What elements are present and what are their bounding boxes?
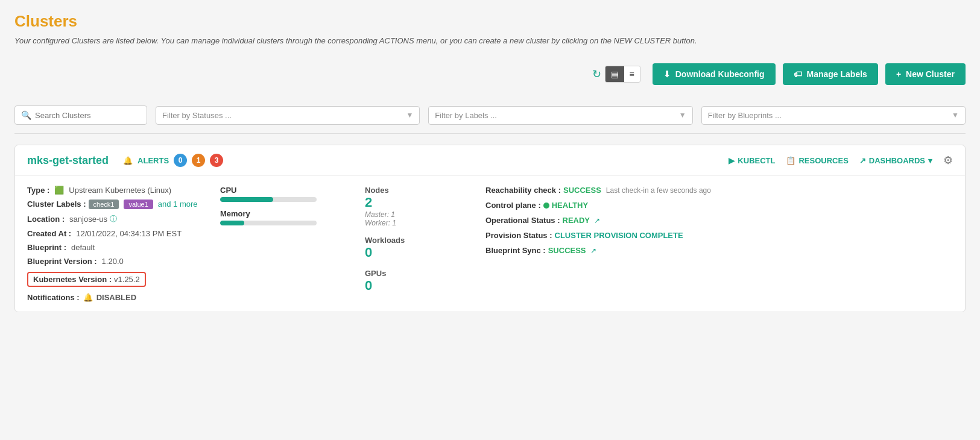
k8s-version-row: Kubernetes Version : v1.25.2 <box>27 271 208 288</box>
created-row: Created At : 12/01/2022, 04:34:13 PM EST <box>27 229 208 238</box>
operational-external-link-icon[interactable]: ↗ <box>594 216 600 225</box>
chart-icon: ↗ <box>859 156 866 165</box>
cluster-counts-column: Nodes 2 Master: 1 Worker: 1 Workloads 0 … <box>365 186 473 302</box>
page-description: Your configured Clusters are listed belo… <box>14 36 966 46</box>
reachability-row: Reachability check : SUCCESS Last check-… <box>485 186 953 195</box>
settings-button[interactable]: ⚙ <box>943 154 953 167</box>
table-view-button[interactable]: ▤ <box>605 66 624 82</box>
label-icon: 🏷 <box>794 69 802 79</box>
memory-row: Memory <box>220 209 353 225</box>
bell-icon: 🔔 <box>123 156 133 165</box>
provision-status-row: Provision Status : CLUSTER PROVISION COM… <box>485 231 953 240</box>
cluster-info-column: Type : 🟩 Upstream Kubernetes (Linux) Clu… <box>27 186 208 302</box>
page-container: Clusters Your configured Clusters are li… <box>0 0 980 324</box>
download-kubeconfig-button[interactable]: ⬇ Download Kubeconfig <box>653 63 776 85</box>
page-title: Clusters <box>14 12 966 31</box>
chevron-down-icon: ▾ <box>928 156 932 165</box>
alert-badge-red[interactable]: 3 <box>210 154 223 167</box>
view-toggle-group: ↻ ▤ ≡ <box>592 66 640 83</box>
cluster-status-column: Reachability check : SUCCESS Last check-… <box>485 186 953 302</box>
label-value1: value1 <box>124 200 153 209</box>
alerts-section: 🔔 ALERTS 0 1 3 <box>123 154 223 167</box>
resources-link[interactable]: 📋 RESOURCES <box>786 156 848 165</box>
location-row: Location : sanjose-us ⓘ <box>27 214 208 224</box>
blueprint-sync-row: Blueprint Sync : SUCCESS ↗ <box>485 246 953 255</box>
kubectl-link[interactable]: ▶ KUBECTL <box>729 156 775 165</box>
cluster-actions: ▶ KUBECTL 📋 RESOURCES ↗ DASHBOARDS ▾ ⚙ <box>729 154 953 167</box>
cluster-card: mks-get-started 🔔 ALERTS 0 1 3 ▶ KUBECTL… <box>14 145 966 312</box>
cluster-body: Type : 🟩 Upstream Kubernetes (Linux) Clu… <box>15 176 965 312</box>
resources-icon: 📋 <box>786 156 795 165</box>
download-icon: ⬇ <box>663 69 671 79</box>
labels-filter[interactable]: Filter by Labels ... ▼ <box>428 106 692 125</box>
cluster-header: mks-get-started 🔔 ALERTS 0 1 3 ▶ KUBECTL… <box>15 145 965 176</box>
chevron-down-icon: ▼ <box>679 111 686 119</box>
type-icon: 🟩 <box>54 186 64 195</box>
type-row: Type : 🟩 Upstream Kubernetes (Linux) <box>27 186 208 195</box>
blueprints-filter[interactable]: Filter by Blueprints ... ▼ <box>701 106 966 125</box>
cpu-progress-fill <box>220 197 273 202</box>
memory-progress-fill <box>220 221 244 225</box>
alert-badge-blue[interactable]: 0 <box>174 154 187 167</box>
cpu-row: CPU <box>220 186 353 202</box>
dashboards-link[interactable]: ↗ DASHBOARDS ▾ <box>859 156 932 165</box>
chevron-down-icon: ▼ <box>952 111 959 119</box>
workloads-count-row: Workloads 0 <box>365 236 473 260</box>
operational-status-row: Operational Status : READY ↗ <box>485 216 953 225</box>
list-view-button[interactable]: ≡ <box>624 66 640 82</box>
view-toggle: ▤ ≡ <box>605 66 640 83</box>
search-input[interactable] <box>35 111 131 120</box>
cluster-labels-row: Cluster Labels : check1 value1 and 1 mor… <box>27 200 208 209</box>
info-icon[interactable]: ⓘ <box>110 214 117 224</box>
control-plane-row: Control plane : HEALTHY <box>485 201 953 210</box>
blueprint-row: Blueprint : default <box>27 243 208 252</box>
notification-bell-icon: 🔔 <box>83 293 93 302</box>
alert-badge-orange[interactable]: 1 <box>192 154 205 167</box>
search-box[interactable]: 🔍 <box>14 105 147 125</box>
gpus-count-row: GPUs 0 <box>365 269 473 294</box>
status-filter[interactable]: Filter by Statuses ... ▼ <box>156 106 420 125</box>
toolbar: ↻ ▤ ≡ ⬇ Download Kubeconfig 🏷 Manage Lab… <box>14 57 966 91</box>
and-more-link[interactable]: and 1 more <box>158 200 198 209</box>
chevron-down-icon: ▼ <box>406 111 413 119</box>
blueprint-sync-external-link-icon[interactable]: ↗ <box>590 247 596 255</box>
cluster-resources-column: CPU Memory <box>220 186 353 302</box>
nodes-count-row: Nodes 2 Master: 1 Worker: 1 <box>365 186 473 227</box>
memory-progress-bg <box>220 221 317 225</box>
k8s-version-box: Kubernetes Version : v1.25.2 <box>27 272 146 287</box>
blueprint-version-row: Blueprint Version : 1.20.0 <box>27 257 208 266</box>
manage-labels-button[interactable]: 🏷 Manage Labels <box>783 63 878 85</box>
cpu-progress-bg <box>220 197 317 202</box>
filters-row: 🔍 Filter by Statuses ... ▼ Filter by Lab… <box>14 99 966 134</box>
cluster-name: mks-get-started <box>27 154 109 167</box>
healthy-dot-icon <box>543 203 549 209</box>
plus-icon: + <box>896 69 901 79</box>
label-check1: check1 <box>89 200 119 209</box>
search-icon: 🔍 <box>21 110 31 120</box>
terminal-icon: ▶ <box>729 156 735 165</box>
new-cluster-button[interactable]: + New Cluster <box>885 63 966 85</box>
notifications-row: Notifications : 🔔 DISABLED <box>27 293 208 302</box>
refresh-button[interactable]: ↻ <box>592 68 601 81</box>
